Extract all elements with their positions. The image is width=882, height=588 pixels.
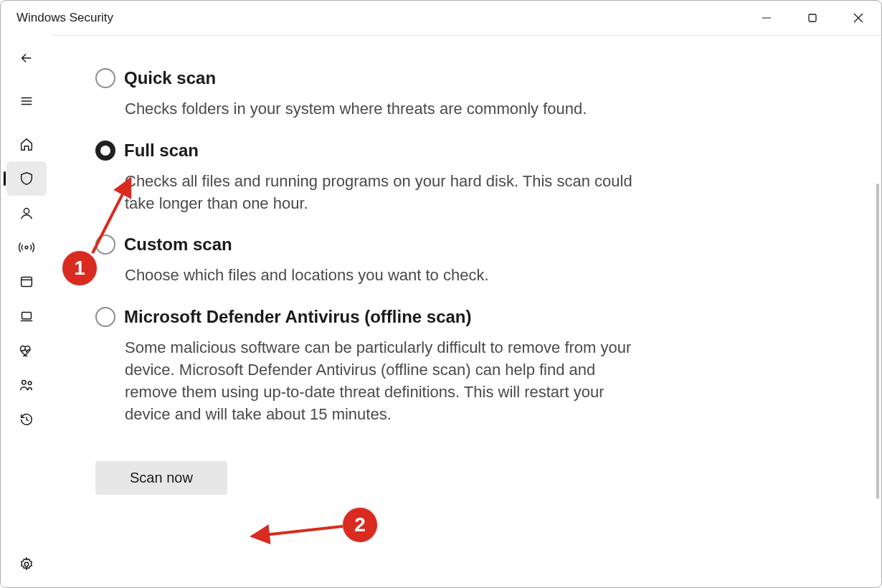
radio-offline-scan[interactable]: Microsoft Defender Antivirus (offline sc… [95, 307, 640, 327]
home-icon [19, 136, 34, 152]
scrollbar-thumb[interactable] [876, 184, 879, 499]
annotation-arrow-2 [246, 521, 361, 549]
sidebar [1, 35, 52, 587]
option-desc: Some malicious software can be particula… [95, 337, 640, 425]
radio-quick-scan[interactable]: Quick scan [95, 68, 640, 88]
svg-point-14 [24, 562, 29, 566]
annotation-badge-2: 2 [343, 508, 377, 542]
close-button[interactable] [835, 1, 881, 35]
scrollbar[interactable] [873, 43, 880, 580]
nav-protection-history[interactable] [6, 402, 47, 437]
laptop-icon [19, 308, 34, 324]
scan-now-button[interactable]: Scan now [95, 461, 227, 495]
option-offline-scan: Microsoft Defender Antivirus (offline sc… [95, 307, 640, 425]
shield-icon [19, 171, 34, 186]
svg-line-16 [252, 526, 343, 536]
svg-point-13 [28, 381, 32, 385]
nav-home[interactable] [6, 127, 47, 161]
option-title: Full scan [124, 141, 199, 161]
option-custom-scan: Custom scan Choose which files and locat… [95, 234, 640, 287]
history-icon [19, 412, 34, 427]
svg-rect-11 [22, 313, 32, 319]
option-full-scan: Full scan Checks all files and running p… [95, 141, 640, 215]
radio-icon [95, 68, 115, 88]
svg-rect-1 [809, 14, 816, 22]
gear-icon [19, 556, 34, 572]
svg-point-7 [24, 209, 29, 214]
option-title: Custom scan [124, 234, 232, 255]
radio-full-scan[interactable]: Full scan [95, 141, 640, 161]
radio-icon [95, 234, 115, 255]
option-desc: Choose which files and locations you wan… [95, 265, 640, 287]
radio-icon-selected [95, 141, 115, 161]
nav-device-performance[interactable] [6, 333, 47, 368]
hamburger-icon [19, 93, 34, 109]
back-arrow-icon [19, 50, 34, 66]
minimize-icon [762, 13, 772, 23]
window-controls [744, 1, 881, 35]
close-icon [853, 12, 864, 24]
nav-account-protection[interactable] [6, 196, 47, 230]
content-area: Quick scan Checks folders in your system… [52, 35, 881, 587]
nav-family-options[interactable] [6, 368, 47, 402]
network-icon [19, 240, 34, 255]
account-icon [19, 205, 34, 221]
nav-firewall[interactable] [6, 230, 47, 265]
nav-settings[interactable] [6, 547, 47, 582]
window-body: Quick scan Checks folders in your system… [1, 35, 881, 587]
nav-virus-protection[interactable] [6, 161, 47, 196]
hamburger-button[interactable] [6, 84, 47, 118]
radio-custom-scan[interactable]: Custom scan [95, 234, 640, 255]
option-title: Microsoft Defender Antivirus (offline sc… [124, 307, 472, 327]
family-icon [19, 377, 34, 393]
window-title: Windows Security [16, 11, 113, 25]
maximize-button[interactable] [789, 1, 835, 35]
nav-app-browser[interactable] [6, 265, 47, 299]
option-quick-scan: Quick scan Checks folders in your system… [95, 68, 640, 120]
titlebar: Windows Security [1, 1, 881, 35]
option-desc: Checks folders in your system where thre… [95, 98, 640, 120]
heart-pulse-icon [19, 343, 34, 359]
radio-icon [95, 307, 115, 327]
minimize-button[interactable] [744, 1, 789, 35]
option-desc: Checks all files and running programs on… [95, 171, 640, 215]
annotation-badge-1: 1 [62, 251, 97, 285]
svg-point-8 [25, 246, 28, 249]
back-button[interactable] [6, 41, 47, 75]
svg-point-12 [22, 381, 26, 385]
maximize-icon [807, 13, 817, 23]
nav-device-security[interactable] [6, 299, 47, 333]
app-icon [19, 274, 34, 290]
option-title: Quick scan [124, 68, 216, 88]
svg-rect-9 [22, 278, 32, 287]
